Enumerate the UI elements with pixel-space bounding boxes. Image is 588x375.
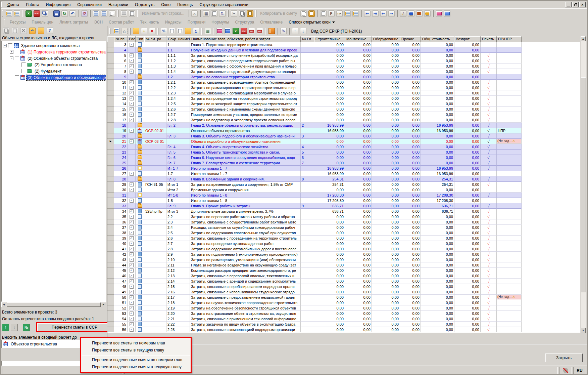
indent-2-icon[interactable] bbox=[371, 9, 379, 17]
help-icon[interactable] bbox=[46, 27, 54, 35]
scrollbar-thumb[interactable] bbox=[7, 302, 101, 307]
table-row[interactable]: 42✓2.9Затраты по подключению (технологич… bbox=[107, 252, 522, 257]
context-menu-item-3[interactable]: Перенести выделенные сметы по номерам гл… bbox=[81, 357, 191, 364]
cut-icon[interactable] bbox=[230, 9, 238, 17]
move-up-icon[interactable] bbox=[291, 27, 299, 35]
table-row[interactable]: 25Гл. 7Глава 7. Благоустройство и озелен… bbox=[107, 160, 522, 166]
table-row[interactable]: 10✓1.2.1Затраты, связанные с возмещением… bbox=[107, 80, 522, 85]
table-row[interactable]: 26Ит 1-7Итого по главам 1 - 716 953,990,… bbox=[107, 166, 522, 171]
row-checkbox[interactable]: ✓ bbox=[130, 64, 134, 68]
tab-9[interactable]: Структура bbox=[232, 19, 257, 26]
scroll-right-icon[interactable]: ► bbox=[101, 302, 106, 307]
copy-icon[interactable] bbox=[238, 9, 246, 17]
comment-icon[interactable] bbox=[108, 9, 116, 17]
row-checkbox[interactable]: ✓ bbox=[130, 328, 134, 332]
row-checkbox[interactable]: ✓ bbox=[130, 231, 134, 235]
toolbar-grip[interactable] bbox=[2, 10, 3, 16]
row-checkbox[interactable]: ✓ bbox=[130, 268, 134, 273]
row-checkbox[interactable]: ✓ bbox=[130, 215, 134, 219]
row-checkbox[interactable]: ✓ bbox=[130, 43, 134, 47]
copy-percent-icon[interactable] bbox=[160, 27, 168, 35]
table-row[interactable]: 12✓1.2.3Затраты, связанные с организацие… bbox=[107, 90, 522, 96]
table-row[interactable]: 16✓1.2.7Приведение земельных участков, п… bbox=[107, 112, 522, 117]
tree-delete-icon[interactable] bbox=[351, 9, 359, 17]
paste-page-icon[interactable] bbox=[2, 27, 10, 35]
row-checkbox[interactable]: ✓ bbox=[130, 295, 134, 299]
column-header-5[interactable]: Сокр. наимен. bbox=[166, 36, 190, 42]
row-checkbox[interactable]: ✓ bbox=[130, 113, 134, 117]
table-row[interactable]: 39✓2.6Затраты, связанные с проведением н… bbox=[107, 236, 522, 241]
row-checkbox[interactable]: ✓ bbox=[130, 258, 134, 262]
page-percent-icon[interactable] bbox=[279, 27, 287, 35]
column-header-15[interactable]: ПР/НПР bbox=[497, 36, 522, 42]
hammer-icon[interactable] bbox=[399, 9, 407, 17]
table-row[interactable]: 8✓1.1.4Затраты, связанные с подготовкой … bbox=[107, 69, 522, 74]
menu-item-2[interactable]: Информация bbox=[43, 1, 74, 8]
table-row[interactable]: 11✓1.2.2Затраты по разминированию террит… bbox=[107, 85, 522, 90]
tree-edit-icon[interactable] bbox=[343, 9, 351, 17]
tree-item[interactable]: +(1) Подготовка территории строительства bbox=[2, 49, 106, 55]
books-pink-icon[interactable] bbox=[435, 9, 443, 17]
transfer-estimates-button[interactable]: Перенести сметы в ССР bbox=[37, 323, 112, 331]
row-checkbox[interactable]: ✓ bbox=[130, 225, 134, 230]
table-row[interactable]: 49✓2.16Затраты, связанные с использовани… bbox=[107, 289, 522, 295]
toolbar-grip[interactable] bbox=[4, 19, 5, 25]
row-checkbox[interactable]: ✓ bbox=[130, 306, 134, 310]
edit-page-icon[interactable] bbox=[11, 27, 19, 35]
indent-1-icon[interactable] bbox=[363, 9, 371, 17]
row-checkbox[interactable]: ✓ bbox=[130, 96, 134, 100]
context-menu-item-1[interactable]: Перенести все сметы в текущую главу bbox=[81, 347, 191, 354]
paste-icon[interactable] bbox=[246, 9, 254, 17]
open-windows-dropdown[interactable]: Список открытых окон bbox=[286, 19, 338, 26]
indent-4-icon[interactable] bbox=[387, 9, 395, 17]
row-checkbox[interactable]: ✓ bbox=[130, 311, 134, 316]
column-header-8[interactable]: Строительные bbox=[314, 36, 345, 42]
row-checkbox[interactable]: ✓ bbox=[130, 290, 134, 294]
scroll-left-icon[interactable]: ◄ bbox=[1, 302, 6, 307]
row-checkbox[interactable]: ✓ bbox=[130, 236, 134, 240]
table-row[interactable]: 91.2Затраты по освоению территории строи… bbox=[107, 74, 522, 80]
tab-0[interactable]: Ресурсы bbox=[7, 19, 29, 26]
toolbar-grip[interactable] bbox=[1, 2, 2, 8]
row-checkbox[interactable]: ✓ bbox=[130, 209, 134, 213]
collapse-icon[interactable]: − bbox=[10, 56, 13, 60]
table-row[interactable]: 47✓2.14Затраты, связанные с арендой и со… bbox=[107, 279, 522, 284]
table-row[interactable]: 31Ит 1-8Итого по главам 1 - 817 208,300,… bbox=[107, 193, 522, 198]
table-row[interactable]: 3✓1Глава 1. Подготовка территории строит… bbox=[107, 42, 522, 47]
tree-item[interactable]: −Здание спортивного комплекса bbox=[2, 42, 106, 49]
row-checkbox[interactable]: ✓ bbox=[130, 107, 134, 111]
table-row[interactable]: 43✓2.10Затраты по размещению, утилизации… bbox=[107, 257, 522, 262]
column-header-9[interactable]: Монтажные bbox=[345, 36, 372, 42]
column-header-2[interactable]: Рас bbox=[128, 36, 136, 42]
row-checkbox[interactable]: ✓ bbox=[130, 188, 134, 192]
column-header-3[interactable]: Тип bbox=[136, 36, 144, 42]
tab-6[interactable]: Индексы bbox=[162, 19, 185, 26]
grid-vscrollbar[interactable]: ▲ ▼ bbox=[581, 36, 586, 333]
minimize-button[interactable] bbox=[565, 2, 572, 7]
table-row[interactable]: 55✓2.22Затраты заказчика по вводу объект… bbox=[107, 322, 522, 327]
table-row[interactable]: 27✓1-7Итого по главам 1 - 716 953,990,00… bbox=[107, 171, 522, 176]
table-row[interactable]: 7✓1.1.3Затраты, связанные с оформлением … bbox=[107, 64, 522, 69]
row-checkbox[interactable]: ✓ bbox=[130, 139, 134, 143]
row-checkbox[interactable]: ✓ bbox=[130, 220, 134, 224]
table-row[interactable]: 45✓2.12Компенсация расходов предприятиям… bbox=[107, 268, 522, 273]
tree-checkbox[interactable] bbox=[21, 62, 26, 67]
copy-pages-icon[interactable] bbox=[299, 9, 307, 17]
table-row[interactable]: 53✓2.20Затраты на страхование объекта ст… bbox=[107, 311, 522, 316]
table-row[interactable]: 50✓2.17Затраты, связанные с предоставлен… bbox=[107, 295, 522, 300]
books-blue-icon[interactable] bbox=[443, 9, 451, 17]
table-row[interactable]: 24Гл. 6Глава 6. Наружные сети и сооружен… bbox=[107, 155, 522, 160]
menu-item-6[interactable]: Окно bbox=[158, 1, 174, 8]
xml-pz-icon[interactable] bbox=[248, 27, 256, 35]
export-page-icon[interactable] bbox=[176, 27, 184, 35]
toolbar-label-button[interactable]: Изменить тип строки... bbox=[142, 11, 184, 16]
table-row[interactable]: 15✓1.2.6Затраты, связанные с изменением … bbox=[107, 107, 522, 112]
tree-checkbox[interactable] bbox=[15, 56, 19, 60]
calculator-icon[interactable] bbox=[204, 27, 212, 35]
home-icon[interactable] bbox=[120, 27, 128, 35]
scroll-up-icon[interactable]: ▲ bbox=[581, 36, 586, 41]
table-row[interactable]: 44✓2.11Плата за негативное воздействие н… bbox=[107, 262, 522, 268]
row-checkbox[interactable]: ✓ bbox=[130, 301, 134, 305]
table-row[interactable]: 41✓2.8Затраты на содержание автомобильны… bbox=[107, 246, 522, 252]
numbering-toggle[interactable]: № bbox=[23, 324, 30, 331]
